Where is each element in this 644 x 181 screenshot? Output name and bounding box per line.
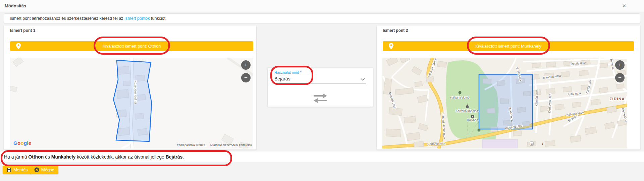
save-button-label: Mentés <box>13 167 28 172</box>
hint-part: Ha a jármű <box>4 154 28 160</box>
google-logo-letter: o <box>20 140 23 146</box>
cancel-button[interactable]: Mégse <box>30 166 58 174</box>
info-text-suffix: funkciót. <box>150 16 167 21</box>
info-text: Ismert pont létrehozásához és szerkeszté… <box>10 14 167 23</box>
map1-street-label: Középdeindoli út <box>134 80 138 104</box>
map-known-point-2[interactable]: Mihály utca Mandula utca Antal utca Zöld… <box>382 58 627 148</box>
street-label: Kálmán utca <box>535 89 539 106</box>
hint-part: . <box>182 154 184 160</box>
known-point-1-title: Ismert pont 1 <box>10 28 35 33</box>
info-bar: Ismert pont létrehozásához és szerkeszté… <box>4 13 640 23</box>
dialog-title: Módosítás <box>5 0 26 12</box>
hint-part: és <box>44 154 51 160</box>
public-building <box>482 139 518 148</box>
selected-point-1-label: Kiválasztott ismert pont: Otthon <box>103 44 161 49</box>
google-logo-letter: g <box>24 140 27 146</box>
save-button[interactable]: Mentés <box>3 166 32 174</box>
known-point-1-card: Ismert pont 1 Kiválasztott ismert pont: … <box>4 25 256 149</box>
usage-mode-value: Bejárás <box>274 76 290 81</box>
hint-otthon: Otthon <box>28 154 44 160</box>
footer-hint-strip: Ha a jármű Otthon és Munkahely között kö… <box>0 152 644 162</box>
annotation-oval-usage-mode <box>270 66 313 85</box>
dialog-header: Módosítás × <box>0 0 644 12</box>
google-logo-letter: G <box>13 140 17 146</box>
hint-munkahely: Munkahely <box>51 154 75 160</box>
google-logo-letter: e <box>29 140 32 146</box>
selected-point-1-bar[interactable]: Kiválasztott ismert pont: Otthon <box>10 41 253 51</box>
geofence-polygon-otthon <box>113 60 152 141</box>
terms-link[interactable]: Általános Szerződési Feltételek <box>210 143 252 147</box>
modification-dialog: Módosítás × Ismert pont létrehozásához é… <box>0 0 644 181</box>
usage-mode-label: Használat mód * <box>274 70 302 74</box>
geofence-polygon-munkahely <box>479 75 533 129</box>
map-pin-icon <box>389 43 393 49</box>
cancel-button-label: Mégse <box>41 167 54 172</box>
map2-zoom-out-button[interactable]: − <box>615 73 625 82</box>
poi-label-kalvaria-kapolna: Kálvária kápolna <box>456 109 478 113</box>
map-pin-icon <box>16 43 21 49</box>
map1-zoom-in-button[interactable]: + <box>241 60 251 70</box>
poi-label-kalvaria-domb: Kálvária domb <box>450 96 470 99</box>
cancel-icon <box>34 167 39 172</box>
map2-canvas: Mihály utca Mandula utca Antal utca Zöld… <box>382 58 627 148</box>
known-point-2-title: Ismert pont 2 <box>383 28 408 33</box>
save-icon <box>7 168 11 172</box>
hint-part: között közlekedik, akkor az útvonal jell… <box>75 154 165 160</box>
close-icon[interactable]: × <box>622 0 626 11</box>
info-text-prefix: Ismert pont létrehozásához és szerkeszté… <box>10 16 124 21</box>
select-underline <box>274 83 366 83</box>
selected-point-2-label: Kiválasztott ismert pont: Munkahely <box>475 44 541 49</box>
map1-zoom-out-button[interactable]: − <box>241 73 251 82</box>
map1-attribution: Térképadatok ©2022Általános Szerződési F… <box>172 143 252 147</box>
street-label: Derkovits utca <box>548 94 552 113</box>
camera-icon <box>471 115 474 118</box>
district-label-zidina: ZIDINA <box>609 97 625 101</box>
map2-zoom-in-button[interactable]: + <box>615 60 625 70</box>
bus-icon-letter: B <box>531 142 533 145</box>
map1-canvas: Középdeindoli út <box>10 58 253 148</box>
known-point-2-card: Ismert pont 2 Kiválasztott ismert pont: … <box>377 25 640 149</box>
map-data-copyright: Térképadatok ©2022 <box>177 143 205 147</box>
ismert-pontok-link[interactable]: Ismert pontok <box>124 16 150 21</box>
selected-point-2-bar[interactable]: Kiválasztott ismert pont: Munkahely <box>383 41 634 51</box>
map-known-point-1[interactable]: Középdeindoli út Google Térképadatok ©20… <box>10 58 253 148</box>
swap-arrows-icon <box>312 93 329 104</box>
footer-hint-text: Ha a jármű Otthon és Munkahely között kö… <box>4 152 184 162</box>
poi-label-kalvaria: Kálvária <box>467 118 478 122</box>
chevron-down-icon[interactable] <box>361 78 365 81</box>
hint-bejaras: Bejárás <box>166 154 183 160</box>
usage-mode-card: Használat mód * Bejárás <box>268 68 373 107</box>
google-logo[interactable]: Google <box>13 140 32 146</box>
